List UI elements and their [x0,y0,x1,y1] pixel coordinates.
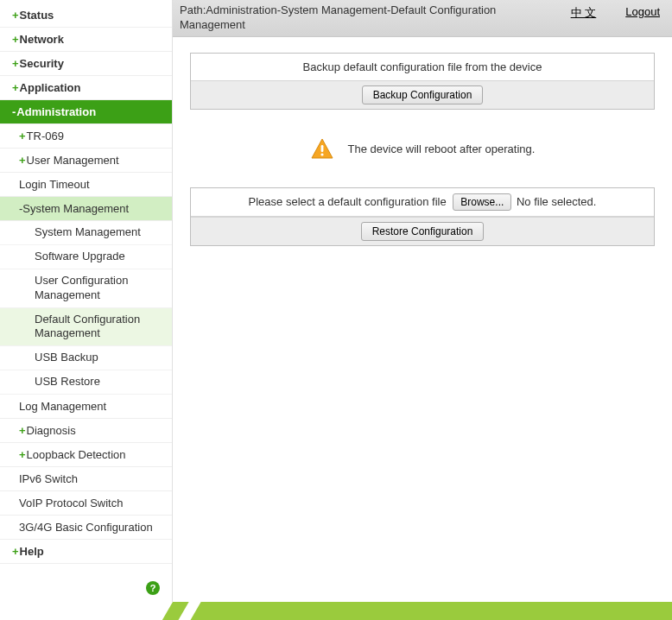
subnav-ipv6-label: IPv6 Switch [19,472,78,485]
subnav-loopback-label: Loopback Detection [27,448,126,461]
subnav-3g4g-config[interactable]: 3G/4G Basic Configuration [0,516,172,540]
nav-help[interactable]: +Help [0,540,172,564]
breadcrumb: Path:Administration-System Management-De… [180,3,508,33]
subnav-user-management[interactable]: +User Management [0,149,172,173]
help-icon[interactable]: ? [146,581,160,595]
nav-application[interactable]: +Application [0,76,172,100]
subnav-diagnosis-label: Diagnosis [27,424,76,437]
subnav-ipv6-switch[interactable]: IPv6 Switch [0,467,172,491]
subnav-sysmgmt-label: System Management [22,202,129,215]
logout-link[interactable]: Logout [625,5,660,21]
backup-panel-title: Backup default configuration file from t… [191,54,654,80]
subnav-user-mgmt-label: User Management [27,154,119,167]
restore-panel: Please select a default configuration fi… [190,187,655,246]
backup-button[interactable]: Backup Configuration [362,85,484,104]
subsub-usb-backup[interactable]: USB Backup [0,346,172,370]
nav-help-label: Help [20,545,44,558]
nav-network-label: Network [20,33,64,46]
help-icon-wrap: ? [0,564,172,602]
nav-security[interactable]: +Security [0,52,172,76]
backup-panel: Backup default configuration file from t… [190,53,655,110]
subsub-default-config-mgmt[interactable]: Default Configuration Management [0,308,172,347]
subnav-tr069[interactable]: +TR-069 [0,124,172,149]
subnav-3g4g-label: 3G/4G Basic Configuration [19,521,153,534]
subnav-diagnosis[interactable]: +Diagnosis [0,419,172,443]
file-status: No file selected. [517,195,597,208]
subnav-system-management[interactable]: -System Management [0,197,172,221]
subnav-tr069-label: TR-069 [27,130,64,142]
nav-application-label: Application [20,81,81,94]
subnav-log-management[interactable]: Log Management [0,395,172,419]
restore-select-row: Please select a default configuration fi… [191,188,654,217]
subnav-voip-label: VoIP Protocol Switch [19,497,123,509]
language-link[interactable]: 中 文 [571,5,597,21]
nav-network[interactable]: +Network [0,28,172,52]
nav-status[interactable]: +Status [0,3,172,28]
subnav-loopback-detection[interactable]: +Loopback Detection [0,443,172,467]
warning-text: The device will reboot after operating. [348,142,536,155]
subsub-user-config-mgmt[interactable]: User Configuration Management [0,269,172,308]
subsub-software-upgrade[interactable]: Software Upgrade [0,245,172,269]
svg-point-1 [320,153,323,155]
top-bar: Path:Administration-System Management-De… [173,0,672,37]
top-links: 中 文 Logout [571,3,660,21]
subnav-login-timeout[interactable]: Login Timeout [0,173,172,197]
browse-button[interactable]: Browse... [453,193,511,211]
subnav-login-timeout-label: Login Timeout [19,178,90,191]
subnav-voip-switch[interactable]: VoIP Protocol Switch [0,491,172,516]
nav-administration-label: Administration [16,105,96,118]
restore-panel-action: Restore Configuration [191,217,654,245]
subsub-usb-restore[interactable]: USB Restore [0,370,172,395]
warning-row: The device will reboot after operating. [190,115,655,187]
restore-prompt: Please select a default configuration fi… [249,195,447,208]
subnav-log-label: Log Management [19,400,106,413]
main-area: Path:Administration-System Management-De… [173,0,672,602]
backup-panel-action: Backup Configuration [191,80,654,109]
sidebar: +Status +Network +Security +Application … [0,0,173,602]
subsub-system-management[interactable]: System Management [0,221,172,245]
svg-rect-0 [320,145,323,152]
nav-status-label: Status [20,9,54,22]
nav-administration[interactable]: -Administration [0,100,172,124]
restore-button[interactable]: Restore Configuration [361,222,485,241]
content: Backup default configuration file from t… [173,37,672,267]
nav-security-label: Security [20,57,64,70]
warning-icon [310,137,334,161]
footer-stripe [0,602,672,620]
